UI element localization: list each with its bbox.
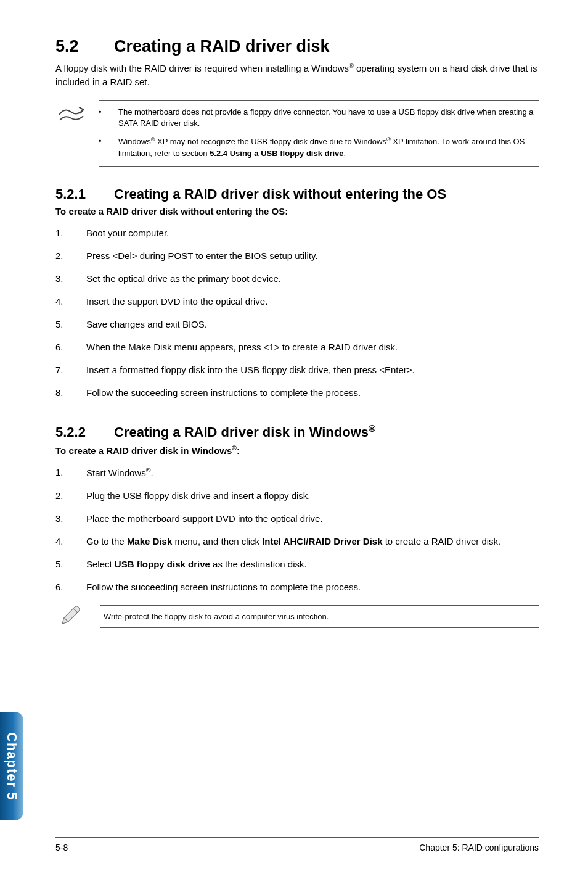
step-list: 1.Boot your computer. 2.Press <Del> duri…	[55, 226, 539, 399]
note-icon	[58, 100, 85, 167]
page-number: 5-8	[55, 843, 68, 852]
chapter-tab-label: Chapter 5	[4, 732, 20, 800]
subsection-number: 5.2.2	[55, 424, 114, 440]
list-item: 4.Insert the support DVD into the optica…	[55, 295, 539, 308]
list-item: 1.Boot your computer.	[55, 226, 539, 239]
list-item: 3.Place the motherboard support DVD into…	[55, 512, 539, 525]
page-footer: 5-8 Chapter 5: RAID configurations	[55, 837, 539, 852]
section-heading: 5.2Creating a RAID driver disk	[55, 37, 539, 56]
list-item: 8.Follow the succeeding screen instructi…	[55, 386, 539, 399]
subsection-title: Creating a RAID driver disk in Windows®	[114, 424, 375, 440]
pencil-icon	[58, 603, 85, 630]
tip-text: Write-protect the floppy disk to avoid a…	[100, 605, 539, 628]
note-bullet: • The motherboard does not provide a flo…	[99, 107, 535, 130]
list-item: 1.Start Windows®.	[55, 466, 539, 479]
section-title: Creating a RAID driver disk	[114, 37, 330, 56]
list-item: 6.Follow the succeeding screen instructi…	[55, 580, 539, 593]
note-bullet: • Windows® XP may not recognize the USB …	[99, 136, 535, 160]
section-number: 5.2	[55, 37, 114, 56]
subsection-title: Creating a RAID driver disk without ente…	[114, 186, 446, 202]
list-item: 6.When the Make Disk menu appears, press…	[55, 340, 539, 353]
list-item: 5.Save changes and exit BIOS.	[55, 318, 539, 331]
tip-block: Write-protect the floppy disk to avoid a…	[58, 603, 539, 630]
note-text: Windows® XP may not recognize the USB fl…	[118, 136, 535, 160]
subsection-heading: 5.2.2Creating a RAID driver disk in Wind…	[55, 423, 539, 440]
subsection-subhead: To create a RAID driver disk in Windows®…	[55, 444, 539, 456]
list-item: 2.Press <Del> during POST to enter the B…	[55, 249, 539, 262]
list-item: 3.Set the optical drive as the primary b…	[55, 272, 539, 285]
footer-chapter: Chapter 5: RAID configurations	[419, 843, 539, 852]
list-item: 7.Insert a formatted floppy disk into th…	[55, 363, 539, 376]
chapter-tab: Chapter 5	[0, 712, 23, 820]
subsection-number: 5.2.1	[55, 186, 114, 202]
note-text: The motherboard does not provide a flopp…	[118, 107, 535, 130]
subsection-subhead: To create a RAID driver disk without ent…	[55, 206, 539, 217]
list-item: 4.Go to the Make Disk menu, and then cli…	[55, 535, 539, 548]
subsection-heading: 5.2.1Creating a RAID driver disk without…	[55, 186, 539, 202]
note-block: • The motherboard does not provide a flo…	[58, 100, 539, 167]
note-body: • The motherboard does not provide a flo…	[99, 100, 539, 167]
step-list: 1.Start Windows®. 2.Plug the USB floppy …	[55, 466, 539, 593]
list-item: 2.Plug the USB floppy disk drive and ins…	[55, 489, 539, 502]
intro-paragraph: A floppy disk with the RAID driver is re…	[55, 61, 539, 89]
list-item: 5.Select USB floppy disk drive as the de…	[55, 558, 539, 571]
